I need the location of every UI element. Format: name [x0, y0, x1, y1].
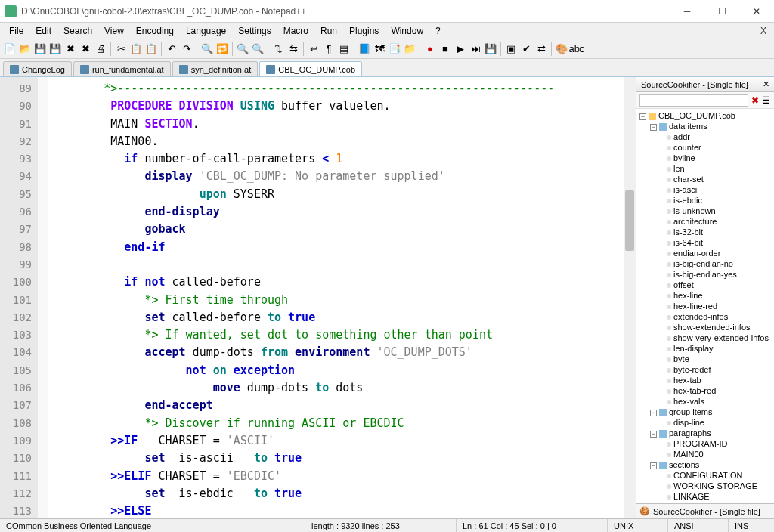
tree-item[interactable]: extended-infos: [636, 311, 774, 322]
tree-item[interactable]: −sections: [636, 459, 774, 470]
plugin2-icon[interactable]: abc: [570, 42, 584, 56]
close-all-icon[interactable]: ✖: [79, 42, 92, 56]
editor[interactable]: 8990919293949596979899100101102103104105…: [0, 77, 636, 518]
tree-item[interactable]: −data items: [636, 121, 774, 131]
menu-help[interactable]: ?: [429, 24, 447, 38]
new-icon[interactable]: 📄: [3, 42, 17, 56]
tree-item[interactable]: −paragraphs: [636, 428, 774, 438]
tree-item[interactable]: LINKAGE: [636, 491, 774, 502]
tree-item[interactable]: is-big-endian-yes: [636, 269, 774, 280]
menu-view[interactable]: View: [98, 24, 130, 38]
play-icon[interactable]: ▶: [454, 42, 467, 56]
tree-item[interactable]: len: [636, 163, 774, 174]
tree-item[interactable]: is-big-endian-no: [636, 258, 774, 269]
tab-syn-definition[interactable]: syn_definition.at: [172, 61, 259, 76]
tree-item[interactable]: WORKING-STORAGE: [636, 481, 774, 491]
tree-item[interactable]: −group items: [636, 407, 774, 417]
tab-run-fundamental[interactable]: run_fundamental.at: [73, 61, 171, 76]
print-icon[interactable]: 🖨: [94, 42, 107, 56]
clear-icon[interactable]: ✖: [751, 95, 759, 106]
indent-guide-icon[interactable]: ▤: [337, 42, 351, 56]
tab-cbl-oc-dump[interactable]: CBL_OC_DUMP.cob: [259, 61, 362, 76]
menu-file[interactable]: File: [3, 24, 29, 38]
tab-changelog[interactable]: ChangeLog: [3, 61, 72, 76]
tree-item[interactable]: offset: [636, 280, 774, 290]
paste-icon[interactable]: 📋: [144, 42, 158, 56]
menubar-close-icon[interactable]: X: [756, 26, 771, 36]
filter-icon[interactable]: ☰: [762, 95, 770, 106]
tree-item[interactable]: hex-line-red: [636, 301, 774, 311]
menu-window[interactable]: Window: [385, 24, 429, 38]
fold-column[interactable]: [38, 77, 48, 518]
close-button[interactable]: ✕: [739, 0, 774, 23]
tree-item[interactable]: PROGRAM-ID: [636, 438, 774, 449]
tree-item[interactable]: show-extended-infos: [636, 322, 774, 332]
redo-icon[interactable]: ↷: [180, 42, 194, 56]
doc-map-icon[interactable]: 🗺: [373, 42, 386, 56]
record-icon[interactable]: ●: [423, 42, 437, 56]
menu-language[interactable]: Language: [180, 24, 232, 38]
plugin1-icon[interactable]: 🎨: [555, 42, 568, 56]
tree-item[interactable]: hex-line: [636, 290, 774, 301]
func-list-icon[interactable]: 📑: [388, 42, 401, 56]
folder-icon[interactable]: 📁: [403, 42, 416, 56]
undo-icon[interactable]: ↶: [165, 42, 178, 56]
menu-macro[interactable]: Macro: [277, 24, 314, 38]
cut-icon[interactable]: ✂: [114, 42, 128, 56]
maximize-button[interactable]: ☐: [704, 0, 739, 23]
symbol-tree[interactable]: −CBL_OC_DUMP.cob−data itemsaddrcounterby…: [636, 109, 774, 503]
tree-item[interactable]: char-set: [636, 174, 774, 184]
panel-close-icon[interactable]: ✕: [763, 79, 769, 89]
tree-item[interactable]: byline: [636, 153, 774, 163]
tree-item[interactable]: is-unknown: [636, 206, 774, 216]
tree-item[interactable]: len-display: [636, 343, 774, 354]
console-icon[interactable]: ▣: [504, 42, 518, 56]
spellcheck-icon[interactable]: ✔: [519, 42, 533, 56]
replace-icon[interactable]: 🔁: [215, 42, 229, 56]
menu-search[interactable]: Search: [57, 24, 98, 38]
tree-item[interactable]: hex-tab-red: [636, 385, 774, 396]
open-icon[interactable]: 📂: [18, 42, 32, 56]
vertical-scrollbar[interactable]: [624, 77, 636, 518]
close-file-icon[interactable]: ✖: [63, 42, 77, 56]
tree-item[interactable]: is-ascii: [636, 184, 774, 195]
tree-item[interactable]: MAIN00: [636, 449, 774, 459]
compare-icon[interactable]: ⇄: [534, 42, 548, 56]
find-icon[interactable]: 🔍: [200, 42, 214, 56]
panel-search-input[interactable]: [639, 94, 748, 107]
wordwrap-icon[interactable]: ↩: [307, 42, 320, 56]
code-area[interactable]: *>--------------------------------------…: [48, 77, 636, 518]
tree-item[interactable]: counter: [636, 142, 774, 153]
save-macro-icon[interactable]: 💾: [484, 42, 497, 56]
menu-edit[interactable]: Edit: [29, 24, 57, 38]
save-icon[interactable]: 💾: [33, 42, 47, 56]
tree-item[interactable]: hex-vals: [636, 396, 774, 407]
lang-icon[interactable]: 📘: [358, 42, 371, 56]
tree-item[interactable]: CONFIGURATION: [636, 470, 774, 481]
save-all-icon[interactable]: 💾: [48, 42, 62, 56]
tree-item[interactable]: is-64-bit: [636, 237, 774, 248]
menu-encoding[interactable]: Encoding: [130, 24, 180, 38]
tree-item[interactable]: addr: [636, 131, 774, 142]
tree-item[interactable]: architecture: [636, 216, 774, 227]
tree-item[interactable]: is-ebdic: [636, 195, 774, 206]
tree-item[interactable]: disp-line: [636, 417, 774, 428]
tree-item[interactable]: endian-order: [636, 248, 774, 258]
tree-item[interactable]: hex-tab: [636, 375, 774, 385]
show-all-chars-icon[interactable]: ¶: [322, 42, 336, 56]
tree-item[interactable]: −CBL_OC_DUMP.cob: [636, 110, 774, 121]
copy-icon[interactable]: 📋: [129, 42, 143, 56]
menu-run[interactable]: Run: [314, 24, 343, 38]
minimize-button[interactable]: ─: [670, 0, 704, 23]
tree-item[interactable]: show-very-extended-infos: [636, 332, 774, 343]
scrollbar-thumb[interactable]: [625, 190, 634, 251]
tree-item[interactable]: byte: [636, 354, 774, 364]
stop-icon[interactable]: ■: [438, 42, 452, 56]
tree-item[interactable]: is-32-bit: [636, 227, 774, 237]
tree-item[interactable]: byte-redef: [636, 364, 774, 375]
sync-v-icon[interactable]: ⇅: [271, 42, 285, 56]
sync-h-icon[interactable]: ⇆: [286, 42, 300, 56]
play-multi-icon[interactable]: ⏭: [469, 42, 482, 56]
zoom-in-icon[interactable]: 🔍: [236, 42, 249, 56]
menu-settings[interactable]: Settings: [232, 24, 277, 38]
